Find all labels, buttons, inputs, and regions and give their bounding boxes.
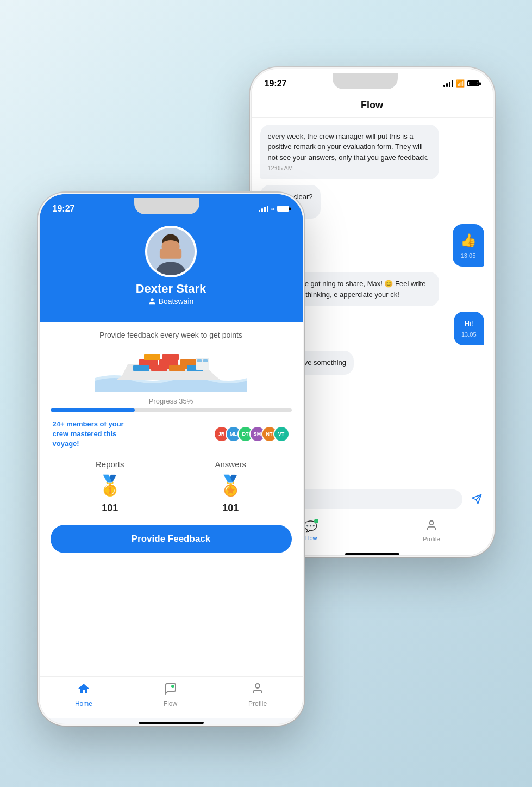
profile-nav-icon (251, 682, 264, 698)
svg-point-2 (429, 520, 433, 524)
reports-medal-icon: 🥇 (96, 472, 123, 499)
svg-rect-19 (197, 359, 202, 362)
svg-rect-6 (160, 249, 181, 258)
crew-count: 24+ (53, 420, 65, 428)
avatar (145, 226, 197, 277)
svg-point-8 (174, 243, 178, 247)
message-5: Hi! 13.05 (454, 312, 484, 345)
nav-profile-label: Profile (423, 536, 440, 542)
progress-fill (51, 408, 135, 412)
home-icon (77, 682, 90, 698)
wifi-icon-chat: 📶 (456, 79, 465, 88)
nav-profile-label-bottom: Profile (248, 700, 267, 708)
nav-home-label: Home (75, 700, 92, 708)
flow-icon (164, 682, 177, 698)
thumbs-icon: 👍 (460, 231, 477, 250)
profile-role: Boatswain (148, 297, 194, 306)
profile-role-text: Boatswain (159, 297, 194, 306)
profile-body: Provide feedback every week to get point… (40, 322, 303, 676)
nav-item-home[interactable]: Home (75, 682, 92, 708)
battery-icon-chat (467, 80, 479, 86)
crew-text: 24+ members of your crew mastered this v… (53, 419, 140, 449)
profile-screen: 19:27 ≈ (40, 194, 303, 724)
status-time-profile: 19:27 (53, 204, 75, 214)
svg-point-22 (255, 684, 260, 688)
svg-rect-15 (151, 365, 167, 371)
stats-section: Reports 🥇 101 Answers 🏅 101 (51, 460, 292, 514)
signal-icon-chat (443, 80, 453, 87)
status-icons-profile: ≈ (259, 205, 290, 213)
nav-flow-label: Flow (304, 535, 317, 541)
message-1: every week, the crew manager will put th… (260, 125, 440, 179)
crew-avatars: JR ML DT SM NT VT (218, 426, 290, 442)
answers-medal-icon: 🏅 (217, 472, 244, 499)
bottom-nav-profile: Home Flow (40, 676, 303, 718)
notch-profile (134, 198, 199, 214)
phones-container: 19:27 📶 Flow (22, 40, 511, 747)
profile-header: 19:27 ≈ (40, 194, 303, 322)
nav-flow-label-profile: Flow (164, 700, 177, 708)
profile-chat-icon (425, 519, 437, 534)
progress-section: Progress 35% (51, 397, 292, 412)
reports-label: Reports (96, 460, 124, 469)
signal-icon-profile (259, 206, 268, 212)
phone-profile-inner: 19:27 ≈ (40, 194, 303, 724)
chat-title: Flow (361, 100, 383, 110)
battery-icon-profile (277, 206, 289, 212)
svg-rect-13 (162, 354, 179, 360)
status-icons-chat: 📶 (443, 79, 479, 88)
wifi-icon-profile: ≈ (271, 205, 275, 213)
progress-label: Progress 35% (51, 397, 292, 405)
notch-chat (333, 73, 398, 89)
stat-reports: Reports 🥇 101 (96, 460, 124, 514)
reports-value: 101 (102, 503, 118, 514)
message-1-text: every week, the crew manager will put th… (268, 132, 429, 162)
message-5-time: 13.05 (461, 330, 477, 339)
provide-feedback-button[interactable]: Provide Feedback (51, 525, 292, 553)
svg-point-21 (172, 685, 174, 687)
svg-rect-12 (144, 354, 160, 360)
message-1-time: 12:05 AM (268, 164, 432, 173)
flow-notification-dot (314, 519, 318, 523)
message-3-time: 13.05 (461, 251, 476, 261)
flow-chat-icon: 💬 (304, 520, 317, 533)
message-3: 👍 13.05 (453, 224, 484, 267)
progress-bar (51, 408, 292, 412)
svg-rect-14 (133, 365, 149, 371)
answers-value: 101 (222, 503, 239, 514)
message-5-text: Hi! (465, 318, 473, 329)
status-bar-chat: 19:27 📶 (252, 69, 493, 95)
svg-rect-20 (203, 359, 208, 362)
chat-header: Flow (252, 95, 493, 118)
phone-profile: 19:27 ≈ (38, 193, 304, 726)
nav-item-profile[interactable]: Profile (248, 682, 267, 708)
svg-point-7 (162, 243, 166, 247)
status-bar-profile: 19:27 ≈ (40, 194, 303, 220)
feedback-tagline: Provide feedback every week to get point… (51, 331, 292, 339)
profile-name: Dexter Stark (136, 282, 206, 296)
svg-rect-16 (169, 365, 185, 371)
crew-section: 24+ members of your crew mastered this v… (51, 419, 292, 449)
crew-avatar-vt: VT (273, 426, 290, 442)
status-time-chat: 19:27 (265, 79, 287, 89)
send-button[interactable] (467, 489, 486, 509)
chat-home-indicator (345, 553, 399, 555)
ship-illustration (51, 348, 292, 392)
stat-answers: Answers 🏅 101 (215, 460, 246, 514)
answers-label: Answers (215, 460, 246, 469)
nav-item-flow[interactable]: Flow (164, 682, 177, 708)
role-icon (148, 298, 156, 305)
nav-item-profile-chat[interactable]: Profile (423, 519, 440, 542)
nav-item-flow-chat[interactable]: 💬 Flow (304, 520, 317, 541)
home-indicator-profile (139, 722, 204, 724)
